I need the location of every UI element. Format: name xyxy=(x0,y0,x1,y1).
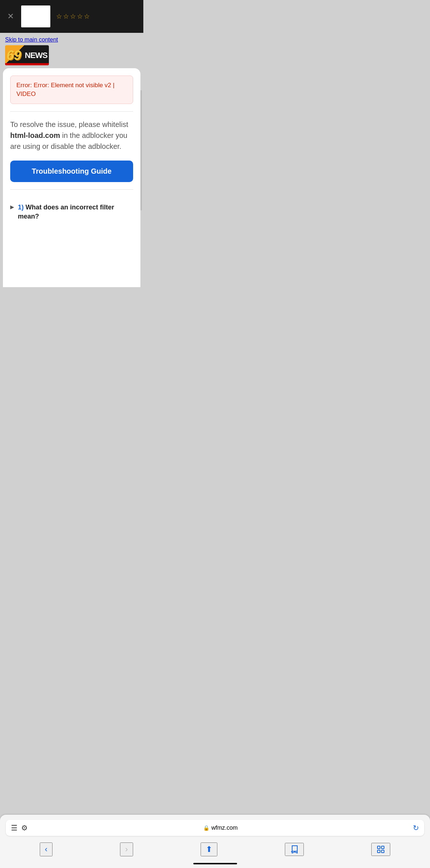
page-content: Skip to main content 69 NEWS Error: Erro… xyxy=(0,33,143,287)
resolve-paragraph: To resolve the issue, please whitelist h… xyxy=(10,119,133,152)
thumbnail xyxy=(21,5,50,27)
top-divider xyxy=(10,111,133,112)
star-5: ☆ xyxy=(84,12,90,20)
star-3: ☆ xyxy=(70,12,76,20)
logo-news-text: NEWS xyxy=(25,51,47,59)
resolve-text-1: To resolve the issue, please whitelist xyxy=(10,120,128,128)
faq-item-1[interactable]: ▶ 1) What does an incorrect filter mean? xyxy=(10,197,133,227)
faq-question-1: 1) What does an incorrect filter mean? xyxy=(18,203,133,221)
troubleshoot-button[interactable]: Troubleshooting Guide xyxy=(10,161,133,182)
logo-number: 69 xyxy=(7,48,21,63)
faq-question-body: What does an incorrect filter mean? xyxy=(18,204,114,220)
faq-section: ▶ 1) What does an incorrect filter mean? xyxy=(10,196,133,228)
logo-bottom-bar xyxy=(5,63,49,65)
star-1: ☆ xyxy=(56,12,62,20)
error-text: Error: Error: Element not visible v2 | V… xyxy=(16,82,115,97)
top-bar: ✕ ☆ ☆ ☆ ☆ ☆ xyxy=(0,0,143,33)
faq-arrow-icon: ▶ xyxy=(10,204,14,210)
star-2: ☆ xyxy=(63,12,69,20)
news-logo: 69 NEWS xyxy=(0,45,143,68)
modal-container: Error: Error: Element not visible v2 | V… xyxy=(3,68,140,287)
error-box: Error: Error: Element not visible v2 | V… xyxy=(10,76,133,104)
star-rating: ☆ ☆ ☆ ☆ ☆ xyxy=(56,12,90,20)
bottom-divider xyxy=(10,189,133,190)
logo-box: 69 NEWS xyxy=(5,45,49,65)
star-4: ☆ xyxy=(77,12,83,20)
close-icon[interactable]: ✕ xyxy=(6,11,15,22)
resolve-domain: html-load.com xyxy=(10,131,60,139)
faq-number: 1) xyxy=(18,204,24,211)
skip-to-main-link[interactable]: Skip to main content xyxy=(0,33,143,45)
